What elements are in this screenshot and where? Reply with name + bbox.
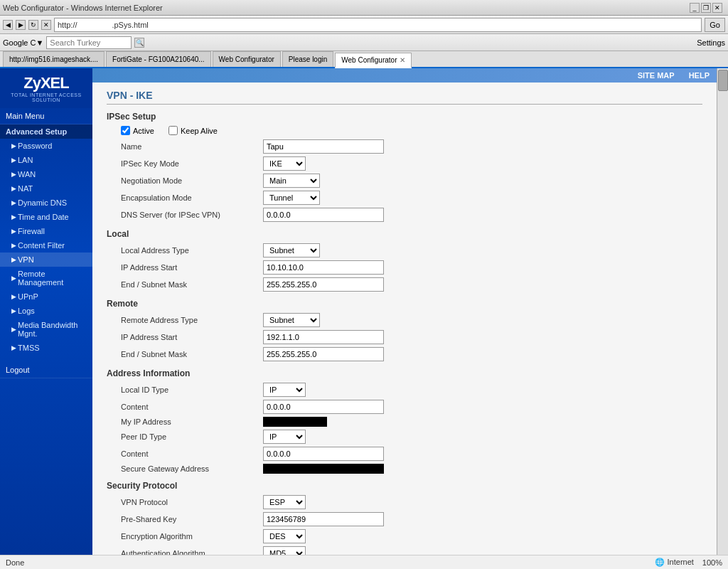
local-address-type-select[interactable]: Subnet Range Single <box>263 243 320 257</box>
form-row-peer-id-content: Content <box>107 447 702 461</box>
settings-link[interactable]: Settings <box>697 38 725 47</box>
form-row-encapsulation-mode: Encapsulation Mode Tunnel Transport <box>107 191 702 205</box>
forward-btn[interactable]: ▶ <box>16 20 26 30</box>
peer-id-type-select[interactable]: IP DNS E-mail <box>263 430 306 444</box>
form-row-auth-algo: Authentication Algorithm MD5 SHA1 <box>107 546 702 555</box>
remote-subnet-mask-input[interactable] <box>263 347 384 361</box>
refresh-btn[interactable]: ↻ <box>28 20 38 30</box>
remote-ip-start-input[interactable] <box>263 330 384 344</box>
active-checkbox[interactable] <box>121 126 130 135</box>
active-checkbox-label[interactable]: Active <box>121 126 154 135</box>
address-bar[interactable] <box>54 18 702 32</box>
back-btn[interactable]: ◀ <box>3 20 13 30</box>
form-row-vpn-protocol: VPN Protocol ESP AH <box>107 495 702 509</box>
scroll-thumb[interactable] <box>718 70 728 91</box>
search-engine-label: Google C▼ <box>3 38 43 47</box>
sidebar-item-nat[interactable]: ▶ NAT <box>0 181 92 196</box>
form-row-local-id-type: Local ID Type IP DNS E-mail <box>107 383 702 397</box>
negotiation-mode-select[interactable]: Main Aggressive <box>263 174 320 188</box>
checkbox-row-active: Active Keep Alive <box>107 126 702 135</box>
encryption-algo-select[interactable]: DES 3DES AES <box>263 529 306 543</box>
logo-zyxel: ZyXEL <box>6 74 87 92</box>
keepalive-checkbox[interactable] <box>168 126 178 135</box>
form-row-secure-gateway: Secure Gateway Address <box>107 464 702 474</box>
scrollbar[interactable] <box>717 68 728 555</box>
form-row-my-ip: My IP Address <box>107 417 702 427</box>
form-row-peer-id-type: Peer ID Type IP DNS E-mail <box>107 430 702 444</box>
sidebar-item-remote-mgmt[interactable]: ▶ Remote Management <box>0 267 92 289</box>
sidebar-item-dynamic-dns[interactable]: ▶ Dynamic DNS <box>0 196 92 210</box>
search-btn[interactable]: 🔍 <box>134 38 144 48</box>
sidebar-item-media-bw[interactable]: ▶ Media Bandwidth Mgnt. <box>0 318 92 341</box>
sidebar-item-tmss[interactable]: ▶ TMSS <box>0 341 92 355</box>
sidebar-item-logout[interactable]: Logout <box>0 362 92 378</box>
local-ip-start-input[interactable] <box>263 260 384 275</box>
sidebar-item-firewall[interactable]: ▶ Firewall <box>0 224 92 238</box>
sidebar-logo: ZyXEL TOTAL INTERNET ACCESS SOLUTION <box>0 68 92 108</box>
form-row-name: Name <box>107 139 702 154</box>
content-area: SITE MAP HELP VPN - IKE IPSec Setup Acti… <box>92 68 717 555</box>
local-subnet-mask-input[interactable] <box>263 277 384 292</box>
search-bar: Google C▼ 🔍 Settings <box>0 34 728 51</box>
peer-id-type-label: Peer ID Type <box>121 432 263 441</box>
peer-id-content-input[interactable] <box>263 447 384 461</box>
sidebar-item-lan[interactable]: ▶ LAN <box>0 153 92 167</box>
tab-imageshack[interactable]: http://img516.imageshack.... <box>3 51 105 67</box>
negotiation-mode-label: Negotiation Mode <box>121 176 263 185</box>
close-btn[interactable]: ✕ <box>712 3 722 13</box>
auth-algo-select[interactable]: MD5 SHA1 <box>263 546 306 555</box>
dns-server-input[interactable] <box>263 208 384 222</box>
tab-please-login[interactable]: Please login <box>282 51 333 67</box>
keepalive-checkbox-label[interactable]: Keep Alive <box>168 126 218 135</box>
sidebar-item-time-date[interactable]: ▶ Time and Date <box>0 210 92 224</box>
local-id-type-select[interactable]: IP DNS E-mail <box>263 383 306 397</box>
sidebar: ZyXEL TOTAL INTERNET ACCESS SOLUTION Mai… <box>0 68 92 555</box>
minimize-btn[interactable]: _ <box>690 3 700 13</box>
pre-shared-key-input[interactable] <box>263 512 384 526</box>
help-link[interactable]: HELP <box>689 71 710 80</box>
sidebar-item-vpn[interactable]: ▶ VPN <box>0 252 92 267</box>
form-row-pre-shared-key: Pre-Shared Key <box>107 512 702 526</box>
name-input[interactable] <box>263 139 384 154</box>
remote-address-type-select[interactable]: Subnet Range Single <box>263 313 320 327</box>
sidebar-section-advanced: Advanced Setup <box>0 124 92 139</box>
sidebar-item-logs[interactable]: ▶ Logs <box>0 304 92 318</box>
sidebar-item-upnp[interactable]: ▶ UPnP <box>0 289 92 304</box>
secure-gateway-redacted <box>263 464 384 474</box>
restore-btn[interactable]: ❐ <box>701 3 711 13</box>
form-row-local-address-type: Local Address Type Subnet Range Single <box>107 243 702 257</box>
tab-webconfig1[interactable]: Web Configurator <box>213 51 281 67</box>
sidebar-item-password[interactable]: ▶ Password <box>0 139 92 153</box>
ipsec-key-mode-label: IPSec Key Mode <box>121 159 263 168</box>
sidebar-item-main-menu[interactable]: Main Menu <box>0 108 92 124</box>
section-local: Local <box>107 229 702 239</box>
sidebar-item-wan[interactable]: ▶ WAN <box>0 167 92 181</box>
sidebar-item-content-filter[interactable]: ▶ Content Filter <box>0 238 92 252</box>
form-row-remote-subnet-mask: End / Subnet Mask <box>107 347 702 361</box>
tab-fortigate[interactable]: FortiGate - FG100A210640... <box>106 51 211 67</box>
local-subnet-mask-label: End / Subnet Mask <box>121 280 263 289</box>
stop-btn[interactable]: ✕ <box>41 20 51 30</box>
window-controls[interactable]: _ ❐ ✕ <box>690 3 722 13</box>
go-btn[interactable]: Go <box>705 18 725 32</box>
search-input[interactable] <box>46 36 132 49</box>
page-title: VPN - IKE <box>107 90 702 105</box>
local-id-content-input[interactable] <box>263 400 384 414</box>
logo-tagline: TOTAL INTERNET ACCESS SOLUTION <box>6 92 87 102</box>
tab-webconfig-active[interactable]: Web Configurator ✕ <box>335 53 412 68</box>
tab-label: http://img516.imageshack.... <box>9 55 98 63</box>
sitemap-link[interactable]: SITE MAP <box>638 71 675 80</box>
section-security-protocol: Security Protocol <box>107 481 702 491</box>
vpn-protocol-label: VPN Protocol <box>121 498 263 506</box>
form-row-local-subnet-mask: End / Subnet Mask <box>107 277 702 292</box>
form-row-remote-ip-start: IP Address Start <box>107 330 702 344</box>
form-row-local-ip-start: IP Address Start <box>107 260 702 275</box>
browser-titlebar: Web Configurator - Windows Internet Expl… <box>0 0 728 16</box>
tab-label: Please login <box>289 55 327 63</box>
encapsulation-mode-select[interactable]: Tunnel Transport <box>263 191 320 205</box>
form-row-local-id-content: Content <box>107 400 702 414</box>
vpn-protocol-select[interactable]: ESP AH <box>263 495 306 509</box>
tab-close-btn[interactable]: ✕ <box>400 56 405 64</box>
ipsec-key-mode-select[interactable]: IKE Manual <box>263 156 306 171</box>
remote-address-type-label: Remote Address Type <box>121 316 263 324</box>
